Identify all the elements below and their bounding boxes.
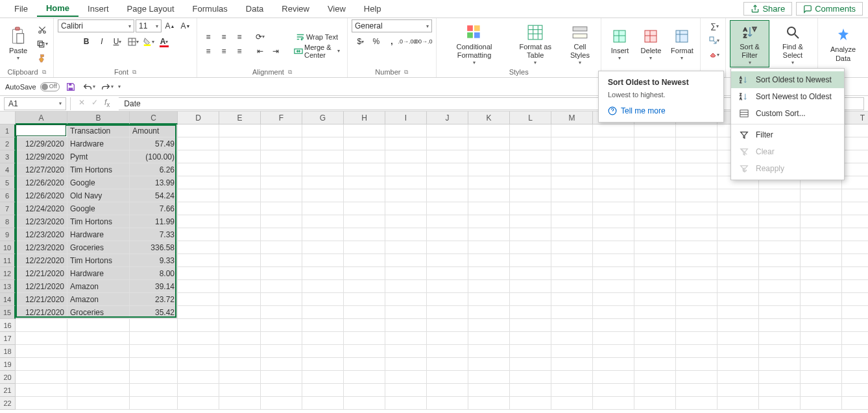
cell-H14[interactable] — [344, 293, 385, 306]
cell-I9[interactable] — [385, 228, 427, 241]
cell-N19[interactable] — [593, 358, 634, 371]
cell-H18[interactable] — [344, 345, 385, 358]
tab-formulas[interactable]: Formulas — [184, 1, 237, 16]
cell-K6[interactable] — [468, 189, 510, 202]
cell-C19[interactable] — [130, 358, 178, 371]
cell-D9[interactable] — [178, 228, 219, 241]
cell-J2[interactable] — [427, 137, 468, 150]
cell-C7[interactable]: 7.66 — [130, 202, 178, 215]
cell-E17[interactable] — [219, 332, 261, 345]
cell-L9[interactable] — [510, 228, 551, 241]
col-header-J[interactable]: J — [427, 112, 468, 124]
cell-O14[interactable] — [634, 293, 676, 306]
delete-cells-button[interactable]: Delete▾ — [636, 25, 665, 63]
cell-M10[interactable] — [551, 241, 593, 254]
cell-E1[interactable] — [219, 124, 261, 137]
cell-C16[interactable] — [130, 319, 178, 332]
cell-F14[interactable] — [261, 293, 302, 306]
cell-J14[interactable] — [427, 293, 468, 306]
cell-M11[interactable] — [551, 254, 593, 267]
redo-button[interactable]: ▾ — [100, 80, 114, 93]
col-header-I[interactable]: I — [385, 112, 427, 124]
cell-G17[interactable] — [302, 332, 344, 345]
cell-D11[interactable] — [178, 254, 219, 267]
font-color-button[interactable]: A ▾ — [157, 35, 171, 48]
cell-A16[interactable] — [16, 319, 67, 332]
cell-E21[interactable] — [219, 384, 261, 397]
bold-button[interactable]: B — [79, 35, 93, 48]
fill-color-button[interactable]: ▾ — [141, 35, 156, 48]
cell-S22[interactable] — [801, 397, 842, 410]
cell-E11[interactable] — [219, 254, 261, 267]
cell-P12[interactable] — [676, 267, 717, 280]
tab-file[interactable]: File — [5, 1, 37, 16]
cell-S14[interactable] — [801, 293, 842, 306]
italic-button[interactable]: I — [95, 35, 109, 48]
cell-G20[interactable] — [302, 371, 344, 384]
cell-M6[interactable] — [551, 189, 593, 202]
cell-C14[interactable]: 23.72 — [130, 293, 178, 306]
cell-K16[interactable] — [468, 319, 510, 332]
cell-S7[interactable] — [801, 202, 842, 215]
cell-K3[interactable] — [468, 150, 510, 163]
cell-J20[interactable] — [427, 371, 468, 384]
cell-I13[interactable] — [385, 280, 427, 293]
cell-G5[interactable] — [302, 176, 344, 189]
cell-K2[interactable] — [468, 137, 510, 150]
cell-E20[interactable] — [219, 371, 261, 384]
cell-D5[interactable] — [178, 176, 219, 189]
cell-F8[interactable] — [261, 215, 302, 228]
cell-E6[interactable] — [219, 189, 261, 202]
cell-J17[interactable] — [427, 332, 468, 345]
row-header-21[interactable]: 21 — [0, 384, 16, 397]
cell-D10[interactable] — [178, 241, 219, 254]
cell-F15[interactable] — [261, 306, 302, 319]
cell-H21[interactable] — [344, 384, 385, 397]
cell-B17[interactable] — [67, 332, 130, 345]
col-header-E[interactable]: E — [219, 112, 261, 124]
cell-P10[interactable] — [676, 241, 717, 254]
col-header-T[interactable]: T — [842, 112, 868, 124]
copy-button[interactable]: ▾ — [35, 38, 49, 51]
cell-C2[interactable]: 57.49 — [130, 137, 178, 150]
cell-R6[interactable] — [759, 189, 801, 202]
cell-P21[interactable] — [676, 384, 717, 397]
cell-L12[interactable] — [510, 267, 551, 280]
cell-L4[interactable] — [510, 163, 551, 176]
cell-F10[interactable] — [261, 241, 302, 254]
cell-K18[interactable] — [468, 345, 510, 358]
cell-H20[interactable] — [344, 371, 385, 384]
row-header-20[interactable]: 20 — [0, 371, 16, 384]
cell-I4[interactable] — [385, 163, 427, 176]
cell-G15[interactable] — [302, 306, 344, 319]
cell-L19[interactable] — [510, 358, 551, 371]
increase-indent-icon[interactable]: ⇥ — [269, 45, 283, 58]
cell-R13[interactable] — [759, 280, 801, 293]
cell-L11[interactable] — [510, 254, 551, 267]
cell-P22[interactable] — [676, 397, 717, 410]
cell-L3[interactable] — [510, 150, 551, 163]
align-top-icon[interactable]: ≡ — [201, 30, 215, 43]
cell-R17[interactable] — [759, 332, 801, 345]
row-header-15[interactable]: 15 — [0, 306, 16, 319]
cell-P19[interactable] — [676, 358, 717, 371]
cell-O17[interactable] — [634, 332, 676, 345]
cell-I10[interactable] — [385, 241, 427, 254]
cell-M1[interactable] — [551, 124, 593, 137]
cell-R15[interactable] — [759, 306, 801, 319]
col-header-D[interactable]: D — [178, 112, 219, 124]
cell-C3[interactable]: (100.00) — [130, 150, 178, 163]
cell-J21[interactable] — [427, 384, 468, 397]
cell-M15[interactable] — [551, 306, 593, 319]
cell-E3[interactable] — [219, 150, 261, 163]
comments-button[interactable]: Comments — [796, 2, 863, 16]
cell-N5[interactable] — [593, 176, 634, 189]
cell-T7[interactable] — [842, 202, 868, 215]
cell-M12[interactable] — [551, 267, 593, 280]
cell-L2[interactable] — [510, 137, 551, 150]
cell-Q20[interactable] — [717, 371, 759, 384]
col-header-G[interactable]: G — [302, 112, 344, 124]
cell-A6[interactable]: 12/26/2020 — [16, 189, 67, 202]
menu-custom-sort[interactable]: Custom Sort... — [731, 105, 844, 122]
cell-Q7[interactable] — [717, 202, 759, 215]
